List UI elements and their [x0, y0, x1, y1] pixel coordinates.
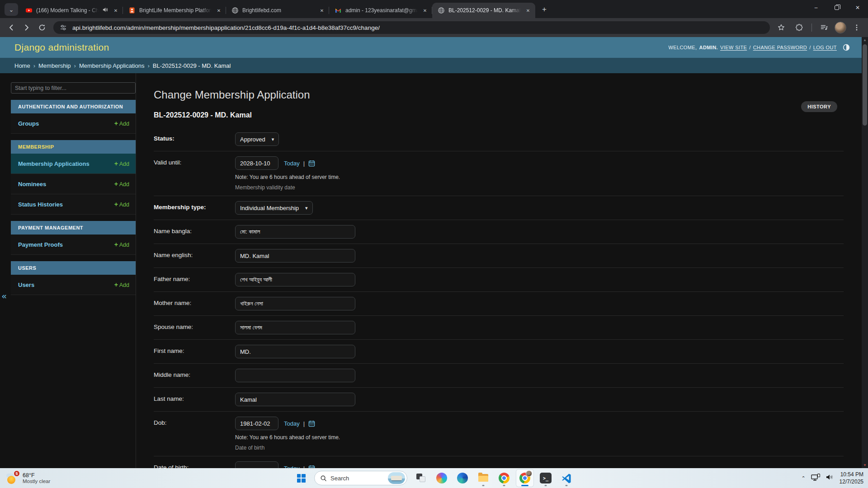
today-link[interactable]: Today	[284, 160, 300, 167]
breadcrumb-membership[interactable]: Membership	[38, 62, 71, 69]
theme-toggle-icon[interactable]	[843, 44, 850, 51]
input-mother-name[interactable]	[235, 297, 355, 310]
sidebar-item-label[interactable]: Groups	[18, 120, 39, 127]
tab-close-icon[interactable]: ✕	[318, 7, 326, 14]
profile-avatar[interactable]	[835, 22, 846, 33]
vscode-icon[interactable]	[557, 469, 576, 487]
file-explorer-icon[interactable]	[474, 469, 492, 487]
url-bar[interactable]: api.brightlifebd.com/admin/membership/me…	[53, 21, 770, 34]
add-link[interactable]: + Add	[114, 201, 129, 208]
start-button[interactable]	[292, 469, 310, 487]
edge-icon[interactable]	[453, 469, 472, 487]
terminal-icon[interactable]: >_	[537, 469, 555, 487]
clock[interactable]: 10:54 PM 12/7/2025	[840, 471, 863, 485]
input-name-bangla[interactable]	[235, 225, 355, 239]
site-info-icon[interactable]	[60, 24, 67, 31]
sidebar-filter-input[interactable]	[11, 82, 136, 94]
breadcrumb-separator: ›	[147, 62, 149, 69]
taskbar-center: Search >_	[292, 468, 576, 488]
forward-button[interactable]	[19, 20, 34, 35]
reload-button[interactable]	[34, 20, 50, 35]
tab-close-icon[interactable]: ✕	[215, 7, 222, 14]
sidebar-item-label[interactable]: Membership Applications	[18, 160, 90, 167]
tab-search-button[interactable]: ⌄	[5, 3, 18, 16]
tab-close-icon[interactable]: ✕	[112, 7, 119, 14]
input-dob[interactable]	[235, 417, 278, 430]
chrome-profile-icon[interactable]	[516, 469, 534, 487]
sidebar-item-label[interactable]: Nominees	[18, 181, 46, 188]
browser-tab-brightlife-membership-pl[interactable]: BrightLife Membership Platform✕	[123, 3, 226, 18]
sidebar-item-groups[interactable]: Groups+ Add	[11, 113, 136, 134]
select-membership-type[interactable]: Individual Membership▾	[235, 201, 313, 215]
tray-overflow-chevron-icon[interactable]: ⌃	[801, 475, 805, 481]
browser-tab-166-modern-talking-che[interactable]: (166) Modern Talking - Che✕	[20, 3, 123, 18]
scroll-down-arrow[interactable]: ▼	[862, 463, 868, 467]
history-button[interactable]: HISTORY	[801, 101, 837, 112]
taskbar-search[interactable]: Search	[314, 471, 407, 485]
input-first-name[interactable]	[235, 345, 355, 358]
restore-button[interactable]	[826, 0, 847, 15]
input-valid-until[interactable]	[235, 156, 278, 170]
close-window-button[interactable]: ✕	[847, 0, 868, 15]
tab-close-icon[interactable]: ✕	[421, 7, 429, 14]
add-link[interactable]: + Add	[114, 281, 129, 288]
calendar-icon[interactable]	[308, 160, 315, 167]
sidebar-item-payment-proofs[interactable]: Payment Proofs+ Add	[11, 235, 136, 255]
input-last-name[interactable]	[235, 393, 355, 406]
form-row-spouse-name: Spouse name:	[154, 316, 844, 340]
sidebar-item-membership-applications[interactable]: Membership Applications+ Add	[11, 154, 136, 174]
add-link[interactable]: + Add	[114, 160, 129, 167]
media-playlist-button[interactable]	[816, 20, 832, 35]
back-button[interactable]	[4, 20, 19, 35]
view-site-link[interactable]: VIEW SITE	[720, 45, 747, 50]
sidebar-item-status-histories[interactable]: Status Histories+ Add	[11, 194, 136, 215]
search-highlight-image[interactable]	[388, 472, 405, 484]
calendar-icon[interactable]	[308, 465, 315, 469]
calendar-icon[interactable]	[308, 420, 315, 427]
scrollbar-thumb[interactable]	[863, 44, 867, 126]
browser-tab-admin-123yeasinarafat-gm[interactable]: admin - 123yeasinarafat@gmai✕	[329, 3, 432, 18]
weather-widget[interactable]: 5 68°F Mostly clear	[6, 472, 50, 484]
tab-audio-icon[interactable]	[102, 7, 108, 14]
breadcrumb-home[interactable]: Home	[14, 62, 30, 69]
minimize-button[interactable]: –	[806, 0, 826, 15]
input-spouse-name[interactable]	[235, 321, 355, 334]
sidebar-item-label[interactable]: Users	[18, 282, 34, 288]
field-control	[235, 273, 844, 286]
bookmark-button[interactable]	[774, 20, 789, 35]
input-father-name[interactable]	[235, 273, 355, 286]
network-icon[interactable]	[811, 474, 820, 483]
browser-tab-bl-202512-0029-md-kamal[interactable]: BL-202512-0029 - MD. Kamal |✕	[432, 3, 535, 18]
today-link[interactable]: Today	[284, 420, 300, 427]
plus-icon: +	[114, 160, 118, 167]
add-link[interactable]: + Add	[114, 241, 129, 248]
browser-tab-brightlifebd-com[interactable]: Brightlifebd.com✕	[226, 3, 329, 18]
volume-icon[interactable]	[826, 474, 834, 483]
input-middle-name[interactable]	[235, 369, 355, 382]
breadcrumb-membership-applications[interactable]: Membership Applications	[79, 62, 145, 69]
chrome-icon[interactable]	[495, 469, 513, 487]
site-title[interactable]: Django administration	[14, 42, 109, 53]
sidebar-item-label[interactable]: Status Histories	[18, 201, 63, 208]
change-password-link[interactable]: CHANGE PASSWORD	[753, 45, 807, 50]
page-scrollbar[interactable]: ▲ ▼	[862, 37, 868, 468]
scroll-up-arrow[interactable]: ▲	[862, 38, 868, 42]
add-link[interactable]: + Add	[114, 120, 129, 127]
browser-menu-button[interactable]	[849, 20, 864, 35]
input-name-english[interactable]	[235, 249, 355, 263]
select-status[interactable]: Approved▾	[235, 132, 279, 146]
sidebar-item-users[interactable]: Users+ Add	[11, 275, 136, 295]
sidebar-item-label[interactable]: Payment Proofs	[18, 241, 63, 248]
task-view-icon[interactable]	[412, 469, 430, 487]
sidebar-item-nominees[interactable]: Nominees+ Add	[11, 174, 136, 194]
sidebar-collapse-toggle[interactable]: «	[2, 291, 7, 301]
extensions-button[interactable]	[792, 20, 807, 35]
tab-close-icon[interactable]: ✕	[524, 7, 532, 14]
log-out-link[interactable]: LOG OUT	[813, 45, 837, 50]
new-tab-button[interactable]: +	[538, 3, 551, 16]
copilot-icon[interactable]	[433, 469, 451, 487]
add-link[interactable]: + Add	[114, 180, 129, 188]
chevron-down-icon: ▾	[272, 136, 274, 142]
today-link[interactable]: Today	[284, 465, 300, 469]
input-date-of-birth[interactable]	[235, 461, 278, 468]
